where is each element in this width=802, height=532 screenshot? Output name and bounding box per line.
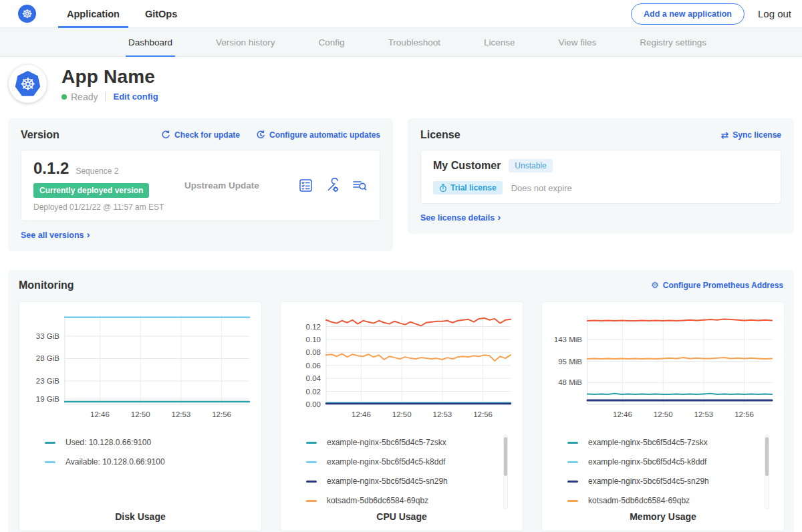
svg-text:0.12: 0.12	[306, 322, 321, 330]
legend-item: example-nginx-5bc6f5d4c5-k8ddf	[306, 452, 517, 472]
configure-automatic-updates-link[interactable]: Configure automatic updates	[256, 130, 380, 140]
monitoring-section: Monitoring ⚙ Configure Prometheus Addres…	[8, 270, 794, 532]
svg-text:12:50: 12:50	[131, 410, 150, 418]
sub-nav-tab-config[interactable]: Config	[316, 28, 348, 56]
legend-item: example-nginx-5bc6f5d4c5-sn29h	[306, 472, 517, 491]
memory-usage-legend: example-nginx-5bc6f5d4c5-7zskxexample-ng…	[567, 433, 779, 511]
app-sub-nav: DashboardVersion historyConfigTroublesho…	[0, 28, 802, 57]
chevron-right-icon: ›	[497, 212, 501, 222]
top-nav-tab-gitops[interactable]: GitOps	[136, 0, 186, 27]
legend-scrollbar-track[interactable]	[765, 434, 769, 509]
sync-license-link[interactable]: ⇄ Sync license	[721, 130, 781, 140]
disk-usage-title: Disk Usage	[19, 511, 261, 522]
version-card-actions: Check for update Configure automatic upd…	[161, 130, 380, 140]
svg-text:12:53: 12:53	[171, 410, 190, 418]
lines-search-icon[interactable]	[352, 178, 368, 193]
sub-nav-tab-dashboard[interactable]: Dashboard	[126, 28, 175, 56]
check-for-update-link[interactable]: Check for update	[161, 130, 240, 140]
legend-scrollbar-thumb[interactable]	[765, 437, 769, 476]
license-customer-row: My Customer Unstable	[433, 159, 769, 172]
see-all-versions-link[interactable]: See all versions ›	[21, 230, 90, 240]
kubernetes-wheel-icon: ☸	[20, 76, 35, 93]
legend-scrollbar-thumb[interactable]	[504, 437, 507, 476]
license-card-title: License	[420, 129, 460, 141]
legend-item: example-nginx-5bc6f5d4c5-k8ddf	[567, 452, 779, 472]
sub-nav-tab-view-files[interactable]: View files	[555, 28, 599, 56]
refresh-icon	[161, 130, 170, 140]
stopwatch-icon	[439, 184, 447, 192]
license-card-header: License ⇄ Sync license	[420, 129, 781, 141]
legend-item: example-nginx-5bc6f5d4c5-sn29h	[567, 472, 779, 491]
sub-nav-tab-troubleshoot[interactable]: Troubleshoot	[386, 28, 443, 56]
version-card-header: Version Check for update Configure autom…	[21, 129, 380, 141]
legend-label: Available: 10.128.0.66:9100	[65, 457, 165, 467]
svg-text:12:56: 12:56	[212, 410, 231, 418]
legend-item: example-nginx-5bc6f5d4c5-7zskx	[306, 433, 517, 452]
svg-text:12:46: 12:46	[613, 410, 632, 418]
cpu-usage-title: CPU Usage	[281, 511, 523, 522]
legend-color-dash	[306, 500, 317, 502]
legend-label: example-nginx-5bc6f5d4c5-sn29h	[588, 477, 709, 486]
version-card-title: Version	[21, 129, 59, 141]
license-expiry: Does not expire	[511, 183, 572, 193]
ready-status-label: Ready	[71, 92, 98, 102]
sub-nav-tab-registry-settings[interactable]: Registry settings	[637, 28, 709, 56]
legend-color-dash	[45, 442, 55, 444]
cpu-usage-legend: example-nginx-5bc6f5d4c5-7zskxexample-ng…	[306, 433, 517, 511]
version-license-row: Version Check for update Configure autom…	[8, 118, 794, 251]
edit-config-link[interactable]: Edit config	[113, 92, 158, 102]
top-nav-tab-application[interactable]: Application	[58, 0, 128, 27]
legend-label: example-nginx-5bc6f5d4c5-k8ddf	[588, 457, 706, 467]
see-license-details-label: See license details	[420, 213, 495, 223]
gear-icon: ⚙	[651, 281, 659, 289]
trial-license-badge: Trial license	[433, 181, 503, 194]
version-action-icons	[298, 178, 368, 193]
svg-text:23 GiB: 23 GiB	[36, 377, 59, 385]
legend-item: Available: 10.128.0.66:9100	[45, 452, 256, 472]
license-details-card: My Customer Unstable Trial license Does …	[420, 150, 781, 204]
configure-prometheus-link[interactable]: ⚙ Configure Prometheus Address	[651, 281, 783, 290]
svg-text:12:50: 12:50	[392, 410, 412, 418]
divider	[105, 92, 106, 102]
schedule-update-icon	[256, 130, 265, 140]
svg-text:19 GiB: 19 GiB	[36, 394, 59, 402]
legend-label: Used: 10.128.0.66:9100	[65, 438, 151, 447]
see-license-details-link[interactable]: See license details ›	[420, 213, 501, 223]
svg-text:0.10: 0.10	[306, 335, 321, 343]
monitoring-actions: ⚙ Configure Prometheus Address	[651, 281, 783, 290]
svg-text:95 MiB: 95 MiB	[558, 357, 582, 365]
legend-color-dash	[567, 481, 578, 483]
disk-usage-chart-card: 12:4612:5012:5312:5633 GiB28 GiB23 GiB19…	[19, 301, 262, 531]
license-card-actions: ⇄ Sync license	[721, 130, 781, 140]
legend-color-dash	[567, 442, 578, 444]
svg-text:12:56: 12:56	[473, 410, 493, 418]
trial-license-label: Trial license	[450, 183, 497, 192]
checklist-icon[interactable]	[298, 178, 313, 193]
logout-button[interactable]: Log out	[758, 8, 791, 19]
legend-item: Used: 10.128.0.66:9100	[45, 433, 256, 452]
svg-text:33 GiB: 33 GiB	[36, 331, 59, 340]
svg-text:12:53: 12:53	[694, 410, 713, 418]
svg-text:12:56: 12:56	[734, 410, 754, 418]
version-details: 0.1.2 Sequence 2 Currently deployed vers…	[33, 159, 179, 212]
app-header: ☸ App Name Ready Edit config	[0, 57, 802, 113]
configure-prometheus-label: Configure Prometheus Address	[663, 281, 783, 290]
check-for-update-label: Check for update	[174, 130, 240, 140]
see-all-versions-label: See all versions	[21, 231, 84, 240]
wrench-gear-icon[interactable]	[325, 178, 340, 193]
legend-scrollbar-track[interactable]	[503, 434, 508, 509]
app-info: App Name Ready Edit config	[61, 66, 158, 102]
legend-item: example-nginx-5bc6f5d4c5-7zskx	[567, 433, 779, 452]
app-logo: ☸	[9, 65, 47, 103]
version-number: 0.1.2	[33, 159, 69, 178]
svg-text:0.08: 0.08	[306, 348, 321, 356]
sub-nav-tab-version-history[interactable]: Version history	[213, 28, 278, 56]
kubernetes-logo: ☸	[18, 5, 36, 23]
add-application-button[interactable]: Add a new application	[631, 3, 745, 25]
sub-nav-tab-license[interactable]: License	[481, 28, 518, 56]
svg-text:0.04: 0.04	[306, 374, 321, 382]
legend-color-dash	[306, 461, 317, 463]
legend-label: kotsadm-5db6dc6584-69qbz	[588, 496, 690, 505]
svg-text:0.02: 0.02	[306, 387, 321, 395]
charts-row: 12:4612:5012:5312:5633 GiB28 GiB23 GiB19…	[19, 301, 783, 531]
